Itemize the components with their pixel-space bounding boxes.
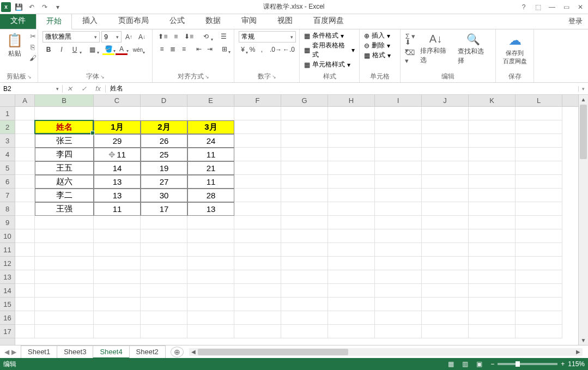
column-header-A[interactable]: A — [15, 95, 35, 106]
horizontal-scrollbar[interactable]: ◀ ▶ — [189, 348, 583, 356]
cell-J2[interactable] — [422, 120, 469, 134]
cell-C4[interactable]: ✥11 — [94, 148, 141, 161]
fx-icon[interactable]: fx — [91, 85, 105, 93]
zoom-in-icon[interactable]: + — [561, 360, 565, 368]
cell-I7[interactable] — [375, 189, 422, 202]
percent-format-icon[interactable]: % — [248, 44, 256, 55]
cell-E13[interactable] — [187, 270, 234, 284]
zoom-out-icon[interactable]: − — [490, 360, 494, 368]
cell-I15[interactable] — [375, 298, 422, 311]
cell-J6[interactable] — [422, 175, 469, 189]
row-header-11[interactable]: 11 — [0, 243, 15, 257]
cell-B8[interactable]: 王强 — [35, 202, 94, 216]
cell-D14[interactable] — [141, 284, 187, 298]
cell-J11[interactable] — [422, 243, 469, 257]
cell-D15[interactable] — [141, 298, 187, 311]
cell-C5[interactable]: 14 — [94, 161, 141, 175]
tab-data[interactable]: 数据 — [195, 13, 231, 29]
cell-L1[interactable] — [516, 107, 562, 120]
cell-E3[interactable]: 24 — [187, 134, 234, 148]
cancel-formula-icon[interactable]: ✕ — [63, 85, 77, 93]
cell-J12[interactable] — [422, 257, 469, 270]
tab-file[interactable]: 文件 — [0, 13, 36, 29]
row-header-10[interactable]: 10 — [0, 229, 15, 243]
view-page-layout-icon[interactable]: ▥ — [459, 360, 471, 368]
cell-A13[interactable] — [15, 270, 35, 284]
cell-D7[interactable]: 30 — [141, 189, 187, 202]
minimize-icon[interactable]: — — [547, 3, 557, 11]
column-header-F[interactable]: F — [234, 95, 281, 106]
cell-C8[interactable]: 11 — [94, 202, 141, 216]
cell-I3[interactable] — [375, 134, 422, 148]
cell-G15[interactable] — [281, 298, 328, 311]
cell-K11[interactable] — [469, 243, 516, 257]
cell-H5[interactable] — [328, 161, 375, 175]
save-baidu-button[interactable]: ☁ 保存到 百度网盘 — [500, 31, 529, 67]
help-icon[interactable]: ? — [518, 3, 529, 11]
cell-F9[interactable] — [234, 216, 281, 229]
format-cells-button[interactable]: ▦格式 ▾ — [364, 51, 396, 60]
cell-L15[interactable] — [516, 298, 562, 311]
cell-J17[interactable] — [422, 325, 469, 338]
ribbon-display-icon[interactable]: ⬚ — [532, 3, 543, 11]
column-header-E[interactable]: E — [187, 95, 234, 106]
merge-button[interactable]: ⊞ — [220, 44, 229, 54]
cell-L6[interactable] — [516, 175, 562, 189]
cell-F13[interactable] — [234, 270, 281, 284]
cell-D6[interactable]: 27 — [141, 175, 187, 189]
cell-A3[interactable] — [15, 134, 35, 148]
font-size-combo[interactable]: 9▾ — [101, 31, 122, 43]
cell-K10[interactable] — [469, 229, 516, 243]
phonetic-button[interactable]: wén — [132, 44, 144, 55]
tab-home[interactable]: 开始 — [36, 13, 72, 29]
cell-L7[interactable] — [516, 189, 562, 202]
cell-C6[interactable]: 13 — [94, 175, 141, 189]
cell-I8[interactable] — [375, 202, 422, 216]
cell-K15[interactable] — [469, 298, 516, 311]
copy-icon[interactable]: ⎘ — [27, 42, 38, 52]
cell-E6[interactable]: 11 — [187, 175, 234, 189]
cell-H13[interactable] — [328, 270, 375, 284]
close-icon[interactable]: ✕ — [575, 3, 586, 11]
wrap-text-button[interactable]: ☰ — [217, 31, 229, 42]
cell-G4[interactable] — [281, 148, 328, 161]
cell-G16[interactable] — [281, 311, 328, 325]
align-top-icon[interactable]: ⬆≡ — [157, 31, 169, 42]
cell-A12[interactable] — [15, 257, 35, 270]
border-button[interactable]: ▦ — [86, 44, 98, 55]
cell-H7[interactable] — [328, 189, 375, 202]
column-header-C[interactable]: C — [94, 95, 141, 106]
cell-H16[interactable] — [328, 311, 375, 325]
cell-K4[interactable] — [469, 148, 516, 161]
cell-A8[interactable] — [15, 202, 35, 216]
cell-K12[interactable] — [469, 257, 516, 270]
cell-J13[interactable] — [422, 270, 469, 284]
font-color-button[interactable]: A — [116, 44, 128, 55]
cell-L2[interactable] — [516, 120, 562, 134]
cell-B5[interactable]: 王五 — [35, 161, 94, 175]
sheet-nav-next-icon[interactable]: ▶ — [11, 348, 16, 356]
accounting-format-icon[interactable]: ¥ — [239, 44, 247, 55]
cell-I10[interactable] — [375, 229, 422, 243]
cell-H1[interactable] — [328, 107, 375, 120]
qat-customize-icon[interactable]: ▾ — [52, 2, 63, 13]
row-header-8[interactable]: 8 — [0, 202, 15, 216]
select-all-corner[interactable] — [0, 95, 15, 107]
tab-review[interactable]: 审阅 — [231, 13, 267, 29]
cell-C14[interactable] — [94, 284, 141, 298]
column-header-B[interactable]: B — [35, 95, 94, 106]
qat-undo-icon[interactable]: ↶ — [26, 2, 37, 13]
cell-J5[interactable] — [422, 161, 469, 175]
cell-G12[interactable] — [281, 257, 328, 270]
cell-D4[interactable]: 25 — [141, 148, 187, 161]
cell-C16[interactable] — [94, 311, 141, 325]
formula-input[interactable]: 姓名 — [106, 84, 578, 93]
row-header-5[interactable]: 5 — [0, 161, 15, 175]
cell-L12[interactable] — [516, 257, 562, 270]
cell-J4[interactable] — [422, 148, 469, 161]
cell-I2[interactable] — [375, 120, 422, 134]
clear-icon[interactable]: ⌫ ▾ — [405, 52, 416, 62]
font-expand-icon[interactable]: ↘ — [100, 74, 105, 80]
row-header-7[interactable]: 7 — [0, 189, 15, 202]
number-format-combo[interactable]: 常规▾ — [239, 31, 296, 43]
